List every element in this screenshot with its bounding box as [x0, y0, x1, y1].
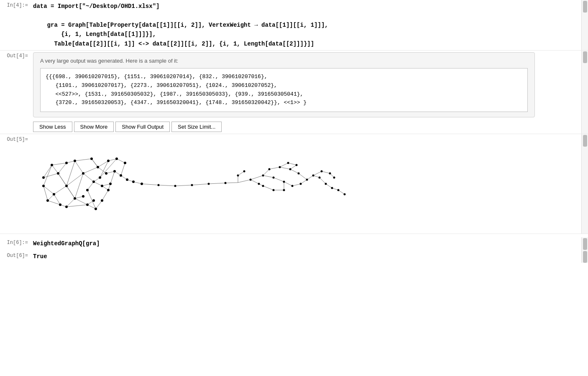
svg-line-47	[43, 186, 54, 194]
svg-point-64	[225, 182, 227, 184]
svg-point-153	[115, 158, 118, 160]
out6-scroll-thumb[interactable]	[583, 251, 587, 263]
in6-label-text: In[6]:=	[7, 240, 28, 246]
svg-line-74	[269, 167, 280, 169]
svg-point-142	[92, 199, 95, 202]
svg-line-75	[280, 167, 290, 169]
left-cluster	[43, 159, 142, 209]
in6-code: WeightedGraphQ[gra]	[33, 239, 578, 248]
svg-point-114	[325, 183, 327, 185]
svg-point-106	[291, 185, 294, 187]
svg-point-122	[273, 189, 275, 191]
bridge-path	[142, 170, 245, 187]
out4-content-line2: {1101., 390610207017}, {2273., 390610207…	[46, 82, 277, 89]
svg-line-88	[322, 171, 330, 173]
svg-point-139	[86, 203, 89, 206]
out6-body: True	[31, 250, 581, 263]
set-size-limit-button[interactable]: Set Size Limit...	[171, 122, 222, 132]
large-output-notice: A very large output was generated. Here …	[40, 58, 528, 64]
svg-line-27	[117, 159, 125, 163]
svg-line-24	[102, 184, 110, 186]
in4-line3: gra = Graph[Table[Property[data[[1]][[i,…	[33, 20, 578, 30]
svg-line-45	[110, 171, 115, 184]
svg-line-39	[48, 201, 60, 205]
svg-line-77	[284, 182, 292, 186]
svg-line-20	[87, 205, 96, 209]
svg-line-43	[102, 190, 108, 201]
svg-line-87	[313, 171, 322, 175]
svg-line-94	[251, 180, 259, 184]
svg-point-98	[250, 179, 252, 181]
svg-point-158	[141, 183, 143, 185]
svg-point-127	[51, 164, 53, 166]
svg-point-111	[312, 175, 314, 177]
out5-label-text: Out[5]=	[7, 137, 28, 142]
in4-scroll-thumb[interactable]	[583, 1, 587, 13]
svg-point-125	[42, 176, 45, 179]
svg-point-131	[65, 162, 68, 164]
out4-content-line1: {{{698., 390610207015}, {1151., 39061020…	[46, 74, 268, 80]
svg-line-83	[320, 178, 326, 184]
svg-point-133	[65, 206, 68, 208]
input-cell-6: In[6]:= WeightedGraphQ[gra]	[0, 237, 588, 250]
svg-line-4	[83, 167, 98, 173]
input-cell-4: In[4]:= data = Import["~/Desktop/OHD1.xl…	[0, 0, 588, 50]
show-less-button[interactable]: Show Less	[33, 122, 72, 132]
out4-label: Out[4]=	[0, 51, 31, 134]
svg-point-110	[306, 179, 308, 181]
out4-body: A very large output was generated. Here …	[31, 51, 581, 134]
svg-point-126	[46, 199, 49, 202]
svg-point-132	[65, 185, 68, 187]
in4-scrollbar	[581, 0, 588, 50]
show-more-button[interactable]: Show More	[74, 122, 114, 132]
large-output-content: {{{698., 390610207015}, {1151., 39061020…	[40, 68, 528, 112]
svg-line-22	[108, 159, 117, 161]
in4-line5: Table[data[[2]][[i, 1]] <-> data[[2]][[i…	[33, 39, 578, 48]
svg-point-103	[283, 181, 285, 183]
output-cell-4: Out[4]= A very large output was generate…	[0, 51, 588, 134]
svg-line-7	[52, 165, 58, 173]
svg-line-23	[106, 171, 115, 173]
svg-point-144	[97, 166, 99, 168]
svg-point-60	[158, 184, 160, 186]
svg-line-6	[75, 161, 83, 173]
svg-point-148	[105, 172, 107, 175]
svg-point-121	[262, 185, 264, 187]
svg-point-150	[107, 189, 110, 191]
in4-body: data = Import["~/Desktop/OHD1.xlsx"] gra…	[31, 0, 581, 50]
svg-line-55	[159, 185, 175, 186]
svg-line-73	[263, 169, 269, 175]
svg-line-72	[274, 178, 284, 182]
in6-body: WeightedGraphQ[gra]	[31, 237, 581, 250]
svg-point-154	[120, 174, 122, 177]
svg-line-80	[299, 173, 307, 180]
graph-svg: .graph-node { fill: #000; } .graph-edge …	[33, 136, 351, 232]
svg-line-67	[238, 171, 244, 175]
right-cluster	[238, 162, 346, 196]
notebook: In[4]:= data = Import["~/Desktop/OHD1.xl…	[0, 0, 588, 376]
in6-scroll-thumb[interactable]	[583, 238, 587, 250]
svg-line-30	[133, 182, 142, 184]
svg-point-134	[74, 160, 76, 162]
svg-point-117	[333, 177, 335, 179]
svg-line-76	[290, 169, 299, 173]
svg-line-69	[238, 180, 251, 183]
out6-scrollbar	[581, 250, 588, 263]
svg-point-157	[132, 180, 135, 183]
svg-line-48	[43, 186, 48, 201]
svg-line-11	[75, 196, 83, 198]
svg-point-130	[59, 203, 61, 206]
svg-line-91	[288, 163, 297, 165]
svg-point-109	[300, 183, 302, 185]
show-full-output-button[interactable]: Show Full Output	[115, 122, 170, 132]
svg-line-40	[66, 205, 87, 207]
out5-scroll-thumb[interactable]	[583, 135, 587, 147]
svg-point-136	[82, 172, 84, 175]
svg-line-56	[175, 185, 192, 186]
svg-point-101	[273, 177, 275, 179]
divider-3	[0, 234, 588, 234]
svg-line-31	[66, 161, 75, 186]
svg-line-8	[58, 163, 66, 173]
out4-scroll-thumb[interactable]	[583, 51, 587, 63]
svg-line-5	[83, 173, 94, 182]
